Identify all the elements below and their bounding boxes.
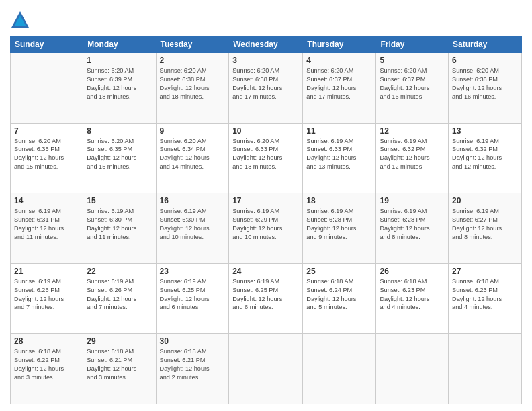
day-number: 15 <box>87 196 152 205</box>
day-number: 12 <box>380 126 445 136</box>
day-number: 3 <box>232 56 299 65</box>
calendar-cell <box>376 334 449 404</box>
day-info: Sunrise: 6:19 AM Sunset: 6:28 PM Dayligh… <box>380 207 445 242</box>
calendar-cell: 27Sunrise: 6:18 AM Sunset: 6:23 PM Dayli… <box>449 263 522 334</box>
weekday-header-sunday: Sunday <box>11 36 83 53</box>
header <box>10 7 522 30</box>
calendar-cell <box>449 334 522 404</box>
calendar-cell: 1Sunrise: 6:20 AM Sunset: 6:39 PM Daylig… <box>83 53 156 124</box>
weekday-header-monday: Monday <box>83 36 156 53</box>
day-info: Sunrise: 6:18 AM Sunset: 6:24 PM Dayligh… <box>306 277 372 312</box>
calendar-cell: 16Sunrise: 6:19 AM Sunset: 6:30 PM Dayli… <box>156 193 229 264</box>
calendar-week-2: 7Sunrise: 6:20 AM Sunset: 6:35 PM Daylig… <box>11 123 522 193</box>
page: SundayMondayTuesdayWednesdayThursdayFrid… <box>0 0 532 411</box>
calendar-cell: 10Sunrise: 6:20 AM Sunset: 6:33 PM Dayli… <box>229 123 303 193</box>
day-number: 29 <box>87 336 152 346</box>
day-number: 2 <box>160 56 226 65</box>
calendar-header: SundayMondayTuesdayWednesdayThursdayFrid… <box>11 36 522 53</box>
day-info: Sunrise: 6:20 AM Sunset: 6:35 PM Dayligh… <box>87 137 152 172</box>
calendar-cell: 29Sunrise: 6:18 AM Sunset: 6:21 PM Dayli… <box>83 334 156 404</box>
calendar-cell: 5Sunrise: 6:20 AM Sunset: 6:37 PM Daylig… <box>376 53 449 124</box>
day-info: Sunrise: 6:18 AM Sunset: 6:21 PM Dayligh… <box>160 347 226 382</box>
calendar-cell <box>303 334 376 404</box>
weekday-header-wednesday: Wednesday <box>229 36 303 53</box>
calendar-cell: 14Sunrise: 6:19 AM Sunset: 6:31 PM Dayli… <box>11 193 83 264</box>
day-number: 22 <box>87 267 152 276</box>
calendar-week-3: 14Sunrise: 6:19 AM Sunset: 6:31 PM Dayli… <box>11 193 522 264</box>
day-info: Sunrise: 6:18 AM Sunset: 6:22 PM Dayligh… <box>14 347 79 382</box>
calendar-cell: 17Sunrise: 6:19 AM Sunset: 6:29 PM Dayli… <box>229 193 303 264</box>
weekday-header-tuesday: Tuesday <box>156 36 229 53</box>
weekday-header-friday: Friday <box>376 36 449 53</box>
day-info: Sunrise: 6:19 AM Sunset: 6:28 PM Dayligh… <box>306 207 372 242</box>
day-info: Sunrise: 6:19 AM Sunset: 6:27 PM Dayligh… <box>452 207 518 242</box>
calendar-cell: 28Sunrise: 6:18 AM Sunset: 6:22 PM Dayli… <box>11 334 83 404</box>
day-number: 16 <box>160 196 226 205</box>
day-number: 4 <box>306 56 372 65</box>
calendar-cell: 22Sunrise: 6:19 AM Sunset: 6:26 PM Dayli… <box>83 263 156 334</box>
calendar-cell <box>229 334 303 404</box>
calendar-cell: 8Sunrise: 6:20 AM Sunset: 6:35 PM Daylig… <box>83 123 156 193</box>
day-number: 10 <box>232 126 299 136</box>
day-info: Sunrise: 6:18 AM Sunset: 6:23 PM Dayligh… <box>452 277 518 312</box>
day-info: Sunrise: 6:20 AM Sunset: 6:37 PM Dayligh… <box>306 66 372 101</box>
calendar-week-5: 28Sunrise: 6:18 AM Sunset: 6:22 PM Dayli… <box>11 334 522 404</box>
calendar-cell: 24Sunrise: 6:19 AM Sunset: 6:25 PM Dayli… <box>229 263 303 334</box>
day-number: 14 <box>14 196 79 205</box>
day-number: 25 <box>306 267 372 276</box>
calendar-body: 1Sunrise: 6:20 AM Sunset: 6:39 PM Daylig… <box>11 53 522 404</box>
calendar-cell: 12Sunrise: 6:19 AM Sunset: 6:32 PM Dayli… <box>376 123 449 193</box>
day-number: 27 <box>452 267 518 276</box>
calendar-cell: 6Sunrise: 6:20 AM Sunset: 6:36 PM Daylig… <box>449 53 522 124</box>
weekday-row: SundayMondayTuesdayWednesdayThursdayFrid… <box>11 36 522 53</box>
day-number: 5 <box>380 56 445 65</box>
weekday-header-saturday: Saturday <box>449 36 522 53</box>
calendar-cell: 2Sunrise: 6:20 AM Sunset: 6:38 PM Daylig… <box>156 53 229 124</box>
day-info: Sunrise: 6:19 AM Sunset: 6:29 PM Dayligh… <box>232 207 299 242</box>
day-info: Sunrise: 6:19 AM Sunset: 6:26 PM Dayligh… <box>87 277 152 312</box>
weekday-header-thursday: Thursday <box>303 36 376 53</box>
day-info: Sunrise: 6:20 AM Sunset: 6:35 PM Dayligh… <box>14 137 79 172</box>
day-number: 6 <box>452 56 518 65</box>
calendar-cell: 19Sunrise: 6:19 AM Sunset: 6:28 PM Dayli… <box>376 193 449 264</box>
day-number: 24 <box>232 267 299 276</box>
day-info: Sunrise: 6:19 AM Sunset: 6:25 PM Dayligh… <box>232 277 299 312</box>
day-number: 1 <box>87 56 152 65</box>
calendar-week-4: 21Sunrise: 6:19 AM Sunset: 6:26 PM Dayli… <box>11 263 522 334</box>
day-number: 8 <box>87 126 152 136</box>
day-number: 19 <box>380 196 445 205</box>
calendar-cell: 18Sunrise: 6:19 AM Sunset: 6:28 PM Dayli… <box>303 193 376 264</box>
day-info: Sunrise: 6:19 AM Sunset: 6:30 PM Dayligh… <box>160 207 226 242</box>
day-number: 7 <box>14 126 79 136</box>
calendar-cell: 3Sunrise: 6:20 AM Sunset: 6:38 PM Daylig… <box>229 53 303 124</box>
day-number: 9 <box>160 126 226 136</box>
logo-icon <box>10 10 30 30</box>
logo <box>10 10 33 30</box>
day-number: 28 <box>14 336 79 346</box>
calendar-cell: 26Sunrise: 6:18 AM Sunset: 6:23 PM Dayli… <box>376 263 449 334</box>
day-info: Sunrise: 6:19 AM Sunset: 6:31 PM Dayligh… <box>14 207 79 242</box>
calendar-cell <box>11 53 83 124</box>
day-info: Sunrise: 6:19 AM Sunset: 6:33 PM Dayligh… <box>306 137 372 172</box>
calendar-cell: 4Sunrise: 6:20 AM Sunset: 6:37 PM Daylig… <box>303 53 376 124</box>
day-info: Sunrise: 6:18 AM Sunset: 6:23 PM Dayligh… <box>380 277 445 312</box>
calendar-cell: 15Sunrise: 6:19 AM Sunset: 6:30 PM Dayli… <box>83 193 156 264</box>
day-info: Sunrise: 6:19 AM Sunset: 6:30 PM Dayligh… <box>87 207 152 242</box>
day-number: 17 <box>232 196 299 205</box>
calendar-cell: 7Sunrise: 6:20 AM Sunset: 6:35 PM Daylig… <box>11 123 83 193</box>
calendar-cell: 13Sunrise: 6:19 AM Sunset: 6:32 PM Dayli… <box>449 123 522 193</box>
calendar-cell: 11Sunrise: 6:19 AM Sunset: 6:33 PM Dayli… <box>303 123 376 193</box>
day-number: 20 <box>452 196 518 205</box>
day-number: 21 <box>14 267 79 276</box>
calendar-cell: 30Sunrise: 6:18 AM Sunset: 6:21 PM Dayli… <box>156 334 229 404</box>
day-info: Sunrise: 6:20 AM Sunset: 6:38 PM Dayligh… <box>232 66 299 101</box>
day-number: 18 <box>306 196 372 205</box>
day-info: Sunrise: 6:19 AM Sunset: 6:32 PM Dayligh… <box>452 137 518 172</box>
calendar-week-1: 1Sunrise: 6:20 AM Sunset: 6:39 PM Daylig… <box>11 53 522 124</box>
day-info: Sunrise: 6:20 AM Sunset: 6:33 PM Dayligh… <box>232 137 299 172</box>
day-number: 30 <box>160 336 226 346</box>
calendar-cell: 25Sunrise: 6:18 AM Sunset: 6:24 PM Dayli… <box>303 263 376 334</box>
calendar-cell: 9Sunrise: 6:20 AM Sunset: 6:34 PM Daylig… <box>156 123 229 193</box>
calendar: SundayMondayTuesdayWednesdayThursdayFrid… <box>10 36 522 404</box>
day-info: Sunrise: 6:20 AM Sunset: 6:39 PM Dayligh… <box>87 66 152 101</box>
